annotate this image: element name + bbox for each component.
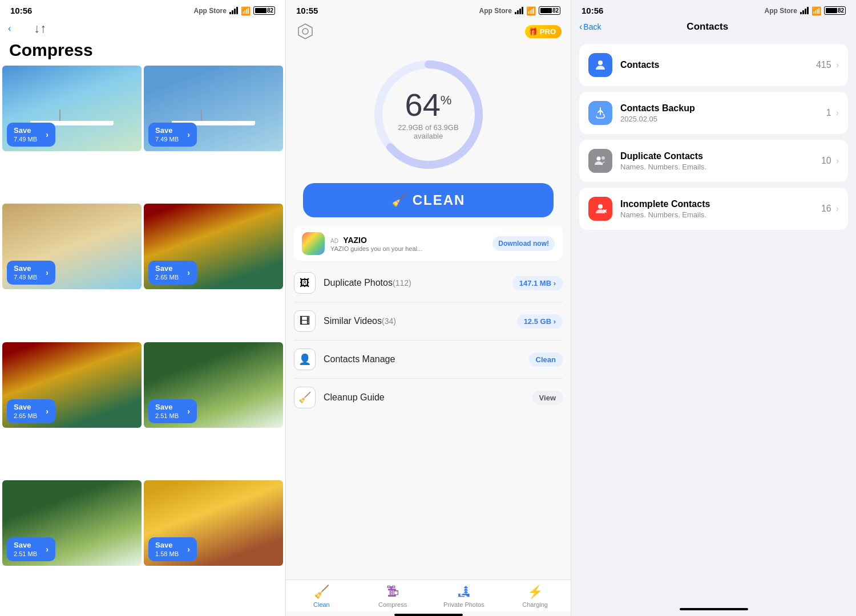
dup-photos-name: Duplicate Photos(112) — [324, 278, 504, 288]
signal-icon-2 — [515, 7, 523, 14]
photo-cell-1[interactable]: Save7.49 MB › — [2, 66, 142, 151]
save-label-1: Save7.49 MB — [14, 126, 37, 143]
ad-name: YAZIO — [343, 236, 367, 245]
dup-photos-badge: 147.1 MB › — [512, 276, 563, 290]
tab-charging[interactable]: ⚡ Charging — [499, 585, 571, 608]
photo-cell-8[interactable]: Save1.58 MB › — [144, 480, 283, 566]
charging-tab-icon: ⚡ — [527, 585, 543, 599]
chevron-right-icon-2: › — [836, 108, 839, 118]
feature-item-sim-videos[interactable]: 🎞 Similar Videos(34) 12.5 GB › — [294, 302, 563, 341]
save-button-8[interactable]: Save1.58 MB › — [148, 537, 197, 561]
chevron-left-icon-3: ‹ — [579, 22, 582, 32]
incomplete-info: Incomplete Contacts Names. Numbers. Emai… — [620, 199, 813, 219]
duplicate-info: Duplicate Contacts Names. Numbers. Email… — [620, 151, 813, 171]
storage-text: 64% 22.9GB of 63.9GB available — [372, 58, 486, 172]
ad-label: AD — [330, 238, 338, 244]
status-bar-2: 10:55 App Store 📶 82 — [286, 0, 571, 19]
save-button-1[interactable]: Save7.49 MB › — [7, 123, 55, 147]
contacts-name: Contacts Manage — [324, 354, 521, 364]
duplicate-item-icon — [588, 149, 612, 173]
save-button-2[interactable]: Save7.49 MB › — [148, 123, 197, 147]
duplicate-name: Duplicate Contacts — [620, 151, 813, 161]
pro-badge[interactable]: 🎁 PRO — [525, 25, 562, 38]
ad-banner[interactable]: AD YAZIO YAZIO guides you on your heal..… — [294, 226, 563, 261]
incomplete-item[interactable]: Incomplete Contacts Names. Numbers. Emai… — [579, 188, 848, 230]
incomplete-sub: Names. Numbers. Emails. — [620, 210, 813, 219]
nav-bar-2: 🎁 PRO — [286, 19, 571, 46]
save-label-3: Save7.49 MB — [14, 264, 37, 281]
settings-hex-icon[interactable] — [295, 21, 316, 42]
chevron-right-icon-4: › — [836, 204, 839, 214]
feature-item-contacts[interactable]: 👤 Contacts Manage Clean — [294, 341, 563, 379]
contacts-item[interactable]: Contacts 415 › — [579, 44, 848, 86]
wifi-icon-1: 📶 — [241, 6, 251, 15]
battery-1: 82 — [253, 6, 275, 15]
cleanup-name: Cleanup Guide — [324, 392, 524, 403]
arrow-icon-1: › — [46, 130, 49, 139]
contacts-icon: 👤 — [294, 348, 316, 370]
save-label-6: Save2.51 MB — [155, 403, 179, 420]
cloud-upload-icon — [593, 106, 607, 120]
backup-item[interactable]: Contacts Backup 2025.02.05 1 › — [579, 92, 848, 134]
save-button-4[interactable]: Save2.65 MB › — [148, 261, 197, 285]
save-button-7[interactable]: Save2.51 MB › — [7, 537, 55, 561]
incomplete-item-icon — [588, 197, 612, 221]
contacts-right: 415 › — [816, 60, 839, 70]
sort-button[interactable]: ↓↑ — [12, 21, 46, 36]
photo-cell-5[interactable]: Save2.65 MB › — [2, 342, 142, 428]
duplicate-person-icon — [593, 154, 607, 168]
incomplete-name: Incomplete Contacts — [620, 199, 813, 209]
sim-videos-name: Similar Videos(34) — [324, 316, 509, 326]
feature-list: 🖼 Duplicate Photos(112) 147.1 MB › 🎞 Sim… — [286, 264, 571, 579]
save-label-4: Save2.65 MB — [155, 264, 179, 281]
status-bar-1: 10:56 App Store 📶 82 — [0, 0, 285, 19]
photo-cell-6[interactable]: Save2.51 MB › — [144, 342, 283, 428]
contacts-item-icon — [588, 53, 612, 77]
back-button-3[interactable]: ‹ Back — [579, 22, 601, 32]
backup-sub: 2025.02.05 — [620, 115, 818, 123]
compress-tab-label: Compress — [378, 601, 407, 608]
clean-tab-label: Clean — [313, 601, 330, 608]
arrow-icon-6: › — [187, 407, 190, 416]
tab-clean[interactable]: 🧹 Clean — [286, 585, 357, 608]
carrier-3: App Store — [765, 7, 797, 15]
svg-point-5 — [601, 156, 605, 160]
arrow-icon-4: › — [187, 268, 190, 277]
save-button-6[interactable]: Save2.51 MB › — [148, 399, 197, 423]
ad-header: AD YAZIO — [330, 235, 487, 245]
incomplete-right: 16 › — [821, 204, 839, 214]
tab-private[interactable]: 🏞 Private Photos — [429, 585, 500, 608]
back-button-1[interactable]: ‹ — [8, 23, 12, 34]
status-icons-3: App Store 📶 82 — [765, 6, 846, 15]
sim-videos-badge: 12.5 GB › — [517, 314, 563, 329]
ad-download-button[interactable]: Download now! — [492, 236, 555, 251]
svg-point-6 — [598, 204, 603, 209]
wifi-icon-2: 📶 — [526, 6, 536, 15]
photo-cell-3[interactable]: Save7.49 MB › — [2, 204, 142, 289]
arrow-icon-7: › — [46, 545, 49, 554]
tab-compress[interactable]: 🗜 Compress — [357, 585, 429, 608]
clean-button[interactable]: 🧹 CLEAN — [303, 183, 554, 217]
ad-app-icon — [302, 232, 325, 255]
private-tab-label: Private Photos — [443, 601, 484, 608]
incomplete-person-icon — [593, 202, 607, 216]
save-button-3[interactable]: Save7.49 MB › — [7, 261, 55, 285]
storage-percent: 64% — [405, 89, 452, 121]
save-button-5[interactable]: Save2.65 MB › — [7, 399, 55, 423]
photo-cell-7[interactable]: Save2.51 MB › — [2, 480, 142, 566]
crown-icon: 🎁 — [528, 27, 538, 36]
wifi-icon-3: 📶 — [811, 6, 821, 15]
photo-cell-4[interactable]: Save2.65 MB › — [144, 204, 283, 289]
feature-item-cleanup[interactable]: 🧹 Cleanup Guide View — [294, 379, 563, 416]
arrow-icon-8: › — [187, 545, 190, 554]
backup-info: Contacts Backup 2025.02.05 — [620, 103, 818, 123]
cleanup-icon: 🧹 — [294, 387, 316, 408]
home-indicator-2 — [394, 614, 463, 616]
duplicate-item[interactable]: Duplicate Contacts Names. Numbers. Email… — [579, 140, 848, 182]
tab-bar: 🧹 Clean 🗜 Compress 🏞 Private Photos ⚡ Ch… — [286, 579, 571, 611]
home-indicator-3 — [680, 608, 748, 610]
svg-point-4 — [597, 157, 601, 161]
feature-item-dup-photos[interactable]: 🖼 Duplicate Photos(112) 147.1 MB › — [294, 264, 563, 302]
dup-photos-icon: 🖼 — [294, 272, 316, 294]
photo-cell-2[interactable]: Save7.49 MB › — [144, 66, 283, 151]
